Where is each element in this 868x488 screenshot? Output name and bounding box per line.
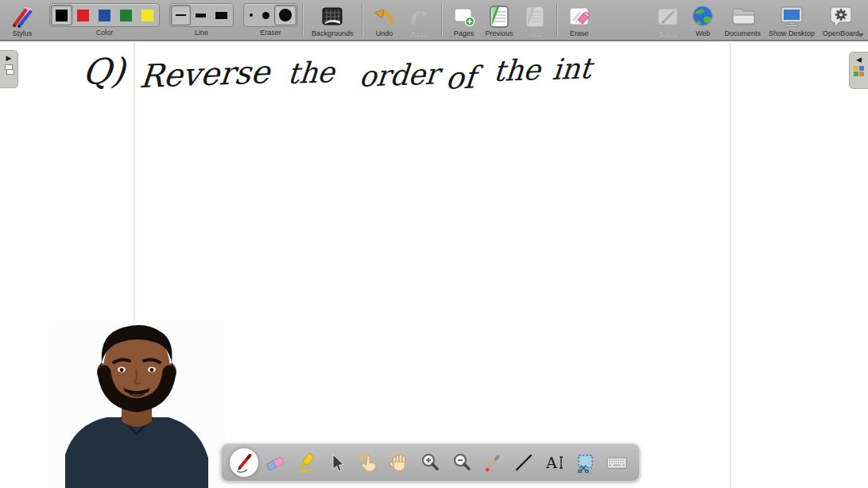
redo-button: Redo [402,3,437,37]
laser-pointer-icon [482,452,503,473]
zoom-in-tool-button[interactable] [416,448,444,477]
board-label: Board [658,29,677,37]
handwritten-word: the [286,56,336,90]
board-button: Board [650,3,685,37]
eraser-group: Eraser [243,3,298,37]
handwritten-word: Q) [81,50,127,92]
cursor-arrow-icon [327,452,347,473]
pen-icon [234,452,254,473]
backgrounds-icon [320,5,344,29]
top-toolbar: Stylus Color Line Eraser [0,0,868,41]
expand-left-icon: ◀ [856,56,862,64]
presenter-portrait [49,321,224,488]
redo-label: Redo [411,29,428,37]
erase-label: Erase [570,29,589,37]
open-hand-icon [389,452,409,473]
eraser-icon [265,452,285,473]
previous-page-label: Previous [486,29,513,37]
laser-pointer-tool-button[interactable] [479,448,507,477]
toolbar-separator [302,3,304,37]
line-thin-option[interactable] [171,5,191,25]
openboard-label: OpenBoard [823,29,859,37]
line-label: Line [195,29,208,37]
line-icon [513,452,534,473]
erase-button[interactable]: Erase [562,3,597,37]
color-swatch-red[interactable] [72,5,94,25]
web-globe-icon [691,5,715,29]
eraser-tool-button[interactable] [261,448,289,477]
color-swatch-black[interactable] [51,5,72,25]
library-icon [854,66,864,76]
svg-text:A: A [545,454,557,471]
highlighter-icon [296,452,316,473]
backgrounds-button[interactable]: Backgrounds [308,3,358,37]
documents-button[interactable]: Documents [720,3,765,37]
board-icon [656,5,680,29]
eraser-medium-option[interactable] [258,5,274,25]
page-boundary-right [730,43,731,488]
pages-button[interactable]: Pages [447,3,482,37]
toolbar-right-cluster: Board Web Documents [650,3,863,37]
handwritten-word: the [492,53,542,87]
line-thick-option[interactable] [211,5,232,25]
toolbar-separator [362,3,363,37]
text-tool-button[interactable]: A [541,448,569,477]
show-desktop-monitor-icon [778,5,805,29]
color-swatch-yellow[interactable] [137,5,158,25]
keyboard-icon [606,452,628,473]
undo-button[interactable]: Undo [367,3,402,37]
next-page-button: Next [517,3,552,37]
virtual-keyboard-tool-button[interactable] [603,448,631,477]
whiteboard-canvas[interactable]: Q) Reverse the order of the int ▶ ◀ [0,43,868,488]
line-medium-option[interactable] [191,5,211,25]
zoom-out-icon [451,452,472,473]
documents-label: Documents [724,29,761,37]
zoom-in-icon [420,452,440,473]
text-tool-icon: A [544,452,565,473]
eraser-small-option[interactable] [245,5,258,25]
capture-icon [575,452,596,473]
eraser-label: Eraser [260,29,281,37]
toolbar-overflow-arrow[interactable] [858,33,864,37]
toolbar-separator [556,3,558,37]
handwritten-word: Reverse [138,53,271,95]
web-label: Web [696,29,710,37]
next-page-label: Next [527,29,542,37]
zoom-out-tool-button[interactable] [448,448,476,477]
pen-tool-button[interactable] [230,448,258,477]
stylus-label: Stylus [13,29,33,37]
handwritten-word: order [358,57,440,93]
pages-label: Pages [454,29,475,37]
color-label: Color [96,29,114,37]
line-tool-button[interactable] [510,448,538,477]
color-swatch-green[interactable] [115,5,137,25]
openboard-gear-icon [828,5,854,29]
previous-page-button[interactable]: Previous [482,3,517,37]
next-page-icon [523,5,547,29]
eraser-large-option[interactable] [274,5,296,25]
highlighter-tool-button[interactable] [292,448,320,477]
undo-icon [373,5,397,29]
interact-tool-button[interactable] [354,448,382,477]
expand-right-icon: ▶ [6,54,12,62]
hand-pan-tool-button[interactable] [385,448,413,477]
color-swatch-blue[interactable] [94,5,115,25]
pointing-hand-icon [358,452,378,473]
capture-tool-button[interactable] [572,448,600,477]
left-drawer-tab[interactable]: ▶ [0,50,18,88]
undo-label: Undo [376,29,393,37]
documents-folder-icon [730,5,755,29]
bottom-toolbar: A [221,443,640,482]
redo-icon [408,5,432,29]
openboard-menu-button[interactable]: OpenBoard [819,3,863,37]
web-button[interactable]: Web [685,3,720,37]
stylus-button[interactable]: Stylus [5,3,40,37]
selector-tool-button[interactable] [323,448,351,477]
color-group: Color [49,3,160,37]
show-desktop-button[interactable]: Show Desktop [765,3,819,37]
erase-icon [568,5,591,29]
right-drawer-tab[interactable]: ◀ [849,52,868,89]
handwritten-word: int [551,52,593,86]
line-group: Line [169,3,234,37]
toolbar-separator [441,3,443,37]
